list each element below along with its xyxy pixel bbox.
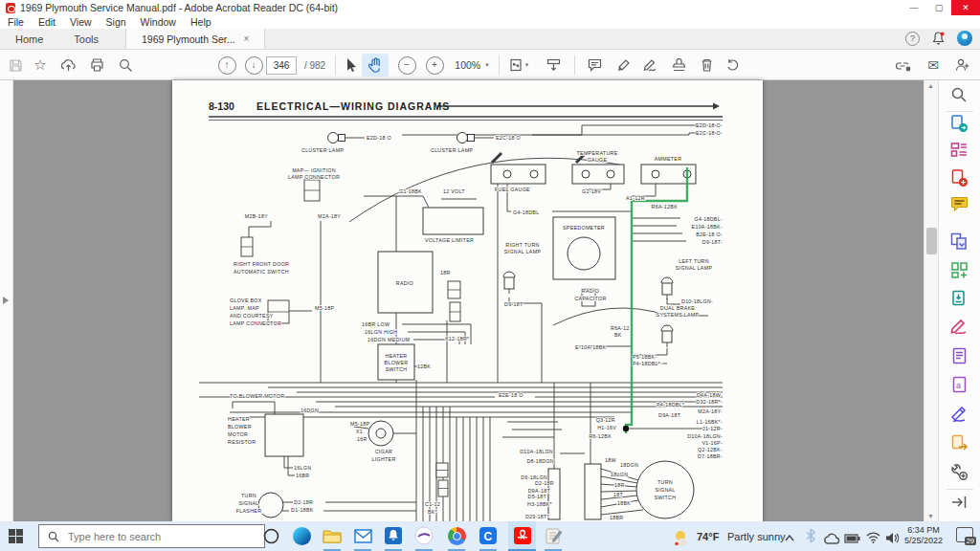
- stamps-icon[interactable]: [666, 50, 691, 80]
- hand-tool-icon[interactable]: [362, 54, 389, 77]
- scrollbar-thumb[interactable]: [926, 228, 937, 254]
- diagram-label: E2D-18 O-: [696, 122, 723, 128]
- collapse-panel-icon[interactable]: [950, 495, 969, 514]
- wifi-icon[interactable]: [862, 527, 883, 548]
- pdf-file-icon: [6, 3, 15, 13]
- tab-home[interactable]: Home: [0, 29, 58, 49]
- taskbar-clock[interactable]: 6:34 PM 5/25/2022: [898, 525, 949, 546]
- menu-file[interactable]: File: [8, 16, 24, 28]
- help-icon[interactable]: ?: [905, 32, 920, 46]
- panel-edit-pdf-icon[interactable]: [950, 142, 969, 161]
- diagram-label: SWITCH: [386, 366, 408, 372]
- star-favorite-icon[interactable]: ☆: [29, 50, 52, 80]
- diagram-label: G4-18DBL-: [695, 216, 724, 222]
- start-button[interactable]: [9, 529, 23, 543]
- panel-search-icon[interactable]: [950, 86, 969, 105]
- panel-protect-pdf-icon[interactable]: [950, 347, 969, 366]
- notification-center-icon[interactable]: 29: [956, 527, 973, 542]
- panel-compress-pdf-icon[interactable]: [950, 290, 969, 309]
- weather-desc[interactable]: Partly sunny: [727, 521, 786, 551]
- email-icon[interactable]: ✉: [921, 50, 946, 80]
- chrome-icon[interactable]: [446, 525, 467, 546]
- select-tool-icon[interactable]: [341, 50, 362, 80]
- panel-divider: [947, 111, 973, 112]
- menu-help[interactable]: Help: [190, 16, 212, 28]
- onedrive-cloud-icon[interactable]: [821, 528, 842, 549]
- panel-certificates-icon[interactable]: [950, 406, 969, 425]
- white-circle-app-icon[interactable]: [413, 525, 434, 546]
- menu-window[interactable]: Window: [141, 16, 176, 28]
- panel-export-pdf-icon[interactable]: [950, 115, 969, 134]
- highlight-icon[interactable]: [611, 50, 635, 80]
- menu-edit[interactable]: Edit: [38, 16, 56, 28]
- panel-send-review-icon[interactable]: [950, 434, 969, 453]
- diagram-label: CAPACITOR: [574, 296, 606, 301]
- diagram-terminal: [607, 170, 614, 178]
- diagram-cluster-lamp: [468, 135, 475, 142]
- redo-icon[interactable]: [720, 50, 745, 80]
- previous-page-icon[interactable]: ↑: [216, 50, 237, 80]
- mail-icon[interactable]: [352, 525, 373, 546]
- delete-icon[interactable]: [694, 50, 719, 80]
- notification-bell-icon[interactable]: [932, 32, 945, 45]
- fit-page-dropdown[interactable]: ▾: [504, 50, 533, 80]
- diagram-lamp: [662, 283, 672, 295]
- acrobat-icon[interactable]: [512, 525, 533, 546]
- taskbar-search-input[interactable]: [66, 530, 233, 543]
- zoom-out-icon[interactable]: −: [396, 50, 417, 80]
- nav-pane-strip[interactable]: [0, 80, 13, 521]
- tab-close-icon[interactable]: ×: [244, 33, 250, 44]
- diagram-label: D10-18LGN-: [681, 298, 713, 304]
- acrobat-taskbar-active[interactable]: [508, 521, 536, 551]
- nav-pane-expand-icon[interactable]: [3, 297, 9, 304]
- zoom-level-dropdown[interactable]: 100% ▾: [450, 50, 494, 80]
- diagram-label: 18BR: [610, 515, 623, 520]
- fill-sign-icon[interactable]: [638, 50, 663, 80]
- scrolling-mode-icon[interactable]: [542, 50, 565, 80]
- print-icon[interactable]: [84, 50, 109, 80]
- tab-tools[interactable]: Tools: [58, 29, 114, 49]
- save-icon[interactable]: [4, 50, 27, 80]
- weather-icon[interactable]: [672, 527, 693, 548]
- panel-fill-sign-icon[interactable]: [950, 319, 969, 338]
- vertical-scrollbar[interactable]: ▲ ▼: [924, 80, 939, 521]
- panel-create-pdf-icon[interactable]: [950, 169, 969, 188]
- minimize-button[interactable]: —: [902, 0, 926, 15]
- file-explorer-icon[interactable]: [322, 525, 343, 546]
- search-icon[interactable]: [113, 50, 138, 80]
- panel-comment-icon[interactable]: [950, 196, 969, 215]
- share-person-icon[interactable]: [949, 50, 974, 80]
- maximize-button[interactable]: ▢: [926, 0, 951, 15]
- page-number-input[interactable]: [266, 56, 297, 75]
- next-page-icon[interactable]: ↓: [243, 50, 264, 80]
- tab-document[interactable]: 1969 Plymouth Ser... ×: [125, 29, 265, 49]
- menu-sign[interactable]: Sign: [106, 16, 126, 28]
- notes-app-icon[interactable]: [543, 525, 564, 546]
- panel-more-tools-icon[interactable]: [950, 463, 969, 482]
- comment-icon[interactable]: [582, 50, 607, 80]
- scroll-down-icon[interactable]: ▼: [927, 513, 934, 519]
- zoom-in-icon[interactable]: +: [424, 50, 445, 80]
- diagram-label: TEMPERATURE: [577, 150, 618, 156]
- menu-view[interactable]: View: [70, 16, 92, 28]
- svg-text:a: a: [956, 381, 961, 390]
- tray-hidden-app-icon[interactable]: [800, 525, 821, 546]
- diagram-label: FUEL GAUGE: [495, 187, 530, 192]
- panel-combine-files-icon[interactable]: [950, 232, 969, 252]
- close-button[interactable]: ✕: [951, 0, 980, 15]
- weather-temp[interactable]: 74°F: [697, 521, 719, 551]
- blue-app-icon[interactable]: [383, 525, 404, 546]
- panel-pdf-standards-icon[interactable]: a: [950, 376, 969, 395]
- share-cloud-icon[interactable]: [56, 50, 80, 80]
- taskbar-search[interactable]: [38, 524, 265, 548]
- edge-icon[interactable]: [291, 525, 312, 546]
- cortana-icon[interactable]: [260, 525, 281, 546]
- avatar[interactable]: [957, 31, 972, 46]
- diagram-label: J1-12R-: [702, 426, 723, 431]
- battery-icon[interactable]: [841, 528, 862, 549]
- share-link-icon[interactable]: [890, 50, 915, 80]
- scroll-up-icon[interactable]: ▲: [927, 82, 934, 89]
- panel-organize-pages-icon[interactable]: [950, 261, 969, 280]
- tray-chevron-up-icon[interactable]: [779, 527, 800, 548]
- c-app-icon[interactable]: C: [478, 525, 499, 546]
